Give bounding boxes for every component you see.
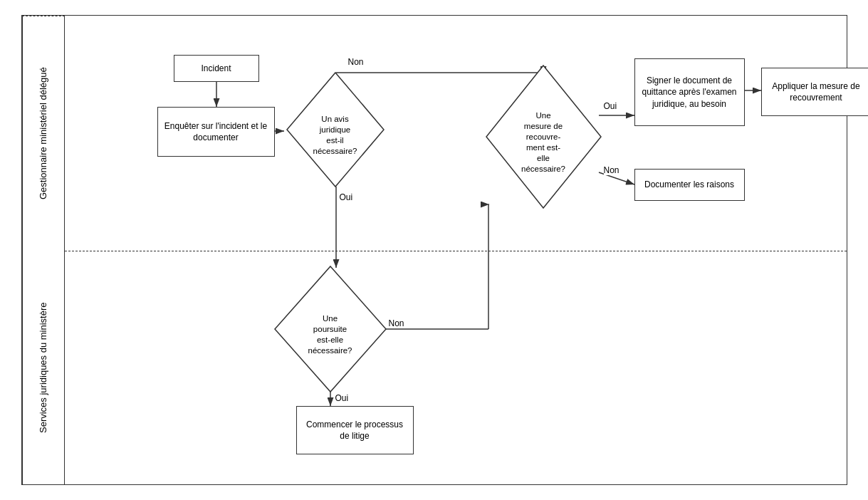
top-lane-label: Gestionnaire ministériel délégué (22, 16, 65, 251)
non3-label: Non (389, 318, 404, 328)
diagram-container: Gestionnaire ministériel délégué Service… (21, 15, 847, 485)
non2-label: Non (604, 165, 619, 175)
appliquer-box: Appliquer la mesure de recouvrement (761, 68, 869, 116)
bottom-lane-label: Services juridiques du ministère (22, 251, 65, 484)
oui2-label: Oui (604, 101, 617, 111)
poursuite-diamond: Une poursuite est-elle nécessaire? (273, 265, 387, 393)
mesure-recouvrement-diamond: Une mesure de recouvre- ment est- elle n… (485, 64, 602, 210)
commencer-box: Commencer le processus de litige (296, 406, 414, 454)
non1-label: Non (348, 57, 364, 67)
oui3-label: Oui (335, 393, 349, 403)
oui1-label: Oui (340, 192, 353, 202)
signer-box: Signer le document de quittance après l'… (634, 58, 745, 126)
avis-juridique-diamond: Un avis juridique est-il nécessaire? (286, 71, 385, 189)
incident-box: Incident (174, 55, 259, 82)
enqueter-box: Enquêter sur l'incident et le documenter (157, 107, 275, 157)
documenter-box: Documenter les raisons (634, 169, 745, 201)
